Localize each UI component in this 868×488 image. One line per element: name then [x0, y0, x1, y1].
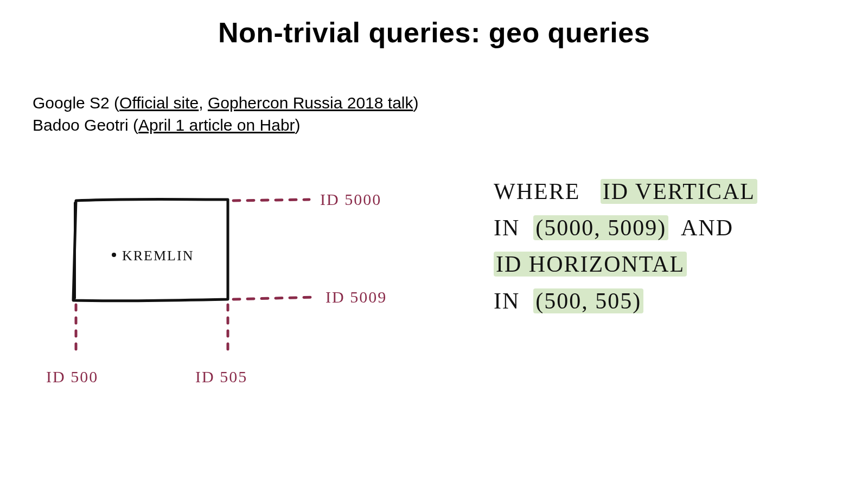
ref1-link-gophercon[interactable]: Gophercon Russia 2018 talk	[208, 94, 413, 112]
sql-query: WHERE ID VERTICAL IN (5000, 5009) AND ID…	[494, 174, 830, 319]
point-marker	[112, 253, 116, 257]
ref2-suffix: )	[295, 116, 301, 134]
references-block: Google S2 (Official site, Gophercon Russ…	[33, 92, 419, 136]
kw-where: WHERE	[494, 179, 580, 204]
label-id-top: ID 5000	[320, 190, 381, 208]
query-line-2: IN (5000, 5009) AND	[494, 210, 830, 246]
ref1-suffix: )	[413, 94, 419, 112]
geo-diagram-svg: KREMLIN ID 5000 ID 5009 ID 500 ID 505	[33, 179, 445, 423]
ref1-prefix: Google S2 (	[33, 94, 119, 112]
range-horizontal: (500, 505)	[533, 288, 643, 313]
dash-top	[233, 200, 309, 201]
query-line-1: WHERE ID VERTICAL	[494, 174, 830, 210]
label-id-bottom: ID 5009	[326, 288, 387, 306]
range-vertical: (5000, 5009)	[533, 215, 668, 240]
kw-id-vertical: ID VERTICAL	[601, 179, 757, 204]
ref2-prefix: Badoo Geotri (	[33, 116, 138, 134]
label-id-left: ID 500	[46, 368, 98, 386]
ref1-sep: ,	[199, 94, 208, 112]
label-id-right: ID 505	[195, 368, 247, 386]
query-line-4: IN (500, 505)	[494, 283, 830, 319]
dash-bottom	[233, 297, 315, 299]
page-title: Non-trivial queries: geo queries	[0, 16, 868, 49]
kw-id-horizontal: ID HORIZONTAL	[494, 252, 687, 277]
point-label: KREMLIN	[122, 248, 194, 264]
kw-in-2: IN	[494, 288, 520, 313]
query-line-3: ID HORIZONTAL	[494, 246, 830, 282]
ref1-link-official-site[interactable]: Official site	[119, 94, 199, 112]
kw-in-1: IN	[494, 215, 520, 240]
reference-line-1: Google S2 (Official site, Gophercon Russ…	[33, 92, 419, 114]
reference-line-2: Badoo Geotri (April 1 article on Habr)	[33, 114, 419, 137]
kw-and: AND	[681, 215, 733, 240]
geo-diagram: KREMLIN ID 5000 ID 5009 ID 500 ID 505	[33, 179, 445, 423]
ref2-link-habr[interactable]: April 1 article on Habr	[138, 116, 295, 134]
slide: Non-trivial queries: geo queries Google …	[0, 0, 868, 488]
